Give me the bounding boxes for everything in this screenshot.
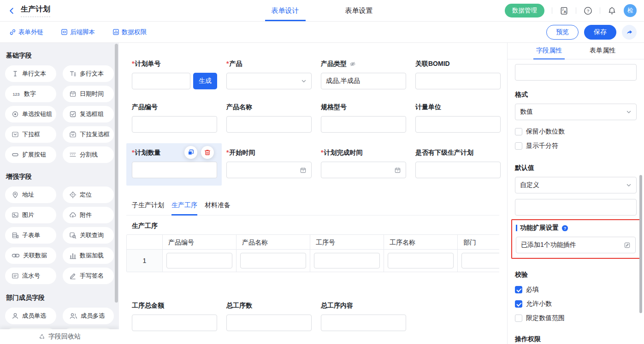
field-product[interactable]: 产品 xyxy=(226,60,312,89)
product-code-input[interactable] xyxy=(132,116,217,133)
preview-button[interactable]: 预览 xyxy=(546,25,579,40)
bom-id-input[interactable] xyxy=(415,73,501,89)
cell-process-name-input[interactable] xyxy=(388,253,454,268)
field-product-type[interactable]: 产品类型 成品,半成品 xyxy=(321,60,406,89)
tab-field-props[interactable]: 字段属性 xyxy=(533,43,565,59)
delete-field-button[interactable] xyxy=(201,146,214,159)
product-type-input[interactable]: 成品,半成品 xyxy=(321,73,406,89)
sidebar-item-serial-number[interactable]: 流水号 xyxy=(5,268,56,284)
cell-process-no-input[interactable] xyxy=(314,253,380,268)
sidebar-item-signature[interactable]: 手写签名 xyxy=(63,268,114,284)
field-spec[interactable]: 规格型号 xyxy=(321,103,406,133)
sidebar-item-data-load[interactable]: 数据加载 xyxy=(63,247,114,264)
checkbox-decimal-digits[interactable] xyxy=(515,128,522,135)
back-icon[interactable] xyxy=(8,7,15,14)
tab-production-process[interactable]: 生产工序 xyxy=(171,201,197,216)
sidebar-item-member-multi[interactable]: 成员多选 xyxy=(63,308,114,324)
share-button[interactable] xyxy=(622,25,637,40)
sidebar-item-number[interactable]: 数字 xyxy=(5,86,56,102)
default-value-select[interactable]: 自定义 xyxy=(515,177,637,193)
sidebar-item-radio-group[interactable]: 单选按钮组 xyxy=(5,106,56,122)
field-finish-time[interactable]: 计划完成时间 xyxy=(321,149,406,186)
property-panel: 字段属性 表单属性 格式 数值 保留小数位数 显示千分符 默认值 自定义 xyxy=(507,43,644,344)
cell-product-name-input[interactable] xyxy=(240,253,306,268)
field-title-input[interactable] xyxy=(515,64,637,81)
field-total-content[interactable]: 总工序内容 xyxy=(321,302,406,331)
address-book-icon[interactable] xyxy=(560,6,568,15)
sidebar-item-member-single[interactable]: 成员单选 xyxy=(5,308,56,324)
extension-plugin-field[interactable]: 已添加1个功能插件 xyxy=(516,237,636,253)
checkbox-limit-range[interactable] xyxy=(515,315,522,322)
has-sub-plan-input[interactable] xyxy=(415,162,501,178)
finish-time-input[interactable] xyxy=(321,162,406,178)
sidebar-item-subform[interactable]: 子表单 xyxy=(5,227,56,244)
help-filled-icon[interactable] xyxy=(561,225,568,232)
copy-field-button[interactable] xyxy=(184,146,197,159)
total-content-input[interactable] xyxy=(321,315,406,331)
field-start-time[interactable]: 开始时间 xyxy=(226,149,312,186)
sidebar-item-locate[interactable]: 定位 xyxy=(63,187,114,203)
tab-form-props[interactable]: 表单属性 xyxy=(587,43,618,59)
avatar[interactable]: 检 xyxy=(624,4,637,17)
field-product-code[interactable]: 产品编号 xyxy=(132,103,217,133)
start-time-input[interactable] xyxy=(226,162,312,178)
field-plan-qty-selected[interactable]: 计划数量 xyxy=(132,149,217,186)
sidebar-item-dropdown[interactable]: 下拉框 xyxy=(5,126,56,143)
unit-input[interactable] xyxy=(415,116,501,133)
generate-button[interactable]: 生成 xyxy=(193,73,217,89)
spec-input[interactable] xyxy=(321,116,406,133)
data-manage-button[interactable]: 数据管理 xyxy=(505,4,544,17)
sidebar-item-image[interactable]: 图片 xyxy=(5,207,56,223)
sidebar-item-multi-text[interactable]: 多行文本 xyxy=(63,65,114,82)
target-icon xyxy=(69,191,77,198)
field-bom-id[interactable]: 关联BOMID xyxy=(415,60,501,89)
format-select[interactable]: 数值 xyxy=(515,104,637,120)
sidebar-item-datetime[interactable]: 日期时间 xyxy=(63,86,114,102)
sidebar-item-dropdown-multi[interactable]: 下拉复选框 xyxy=(63,126,114,143)
checkbox-thousand-sep[interactable] xyxy=(515,142,522,150)
field-has-sub-plan[interactable]: 是否有下级生产计划 xyxy=(415,149,501,186)
tab-sub-production-plan[interactable]: 子生产计划 xyxy=(132,201,164,216)
default-value-input[interactable] xyxy=(515,199,637,216)
field-total-count[interactable]: 总工序数 xyxy=(226,302,312,331)
format-label: 格式 xyxy=(515,91,637,99)
sidebar-item-attachment[interactable]: 附件 xyxy=(63,207,114,223)
sidebar-item-checkbox-group[interactable]: 复选框组 xyxy=(63,106,114,122)
sidebar-item-single-text[interactable]: 单行文本 xyxy=(5,65,56,82)
product-name-input[interactable] xyxy=(226,116,312,133)
field-total-amount[interactable]: 工序总金额 xyxy=(132,302,217,331)
plan-qty-input[interactable] xyxy=(132,162,217,178)
checkbox-required[interactable] xyxy=(515,286,522,293)
tab-material-prep[interactable]: 材料准备 xyxy=(205,201,230,216)
cell-department-input[interactable] xyxy=(461,253,499,268)
tab-form-settings[interactable]: 表单设置 xyxy=(339,0,379,21)
tab-form-design[interactable]: 表单设计 xyxy=(265,0,306,21)
notification-bell-icon[interactable] xyxy=(608,6,616,15)
field-unit[interactable]: 计量单位 xyxy=(415,103,501,133)
total-count-input[interactable] xyxy=(226,315,312,331)
checkbox-allow-decimal[interactable] xyxy=(515,300,522,308)
people-icon xyxy=(69,312,77,320)
sidebar-item-divider[interactable]: 分割线 xyxy=(63,146,114,163)
edit-icon[interactable] xyxy=(624,242,631,249)
help-icon[interactable] xyxy=(584,6,592,15)
validation-label: 校验 xyxy=(515,271,637,279)
sidebar-item-address[interactable]: 地址 xyxy=(5,187,56,203)
form-external-link[interactable]: 表单外链 xyxy=(9,28,43,36)
sidebar-item-extend-button[interactable]: 扩展按钮 xyxy=(5,146,56,163)
save-button[interactable]: 保存 xyxy=(584,25,616,40)
sidebar-item-linked-query[interactable]: 关联查询 xyxy=(63,227,114,244)
product-select[interactable] xyxy=(226,73,312,89)
sidebar-scrollbar[interactable] xyxy=(115,44,118,303)
field-plan-no[interactable]: 计划单号 生成 xyxy=(132,60,217,89)
cell-product-code-input[interactable] xyxy=(166,253,232,268)
plan-no-input[interactable] xyxy=(132,73,190,89)
sidebar-item-linked-data[interactable]: 关联数据 xyxy=(5,247,56,264)
panel-scrollbar[interactable] xyxy=(639,175,642,313)
data-permission-link[interactable]: 数据权限 xyxy=(112,28,147,36)
dropdown-multi-icon xyxy=(69,131,77,138)
total-amount-input[interactable] xyxy=(132,315,217,331)
field-recycle-bin[interactable]: 字段回收站 xyxy=(0,329,119,344)
field-product-name[interactable]: 产品名称 xyxy=(226,103,312,133)
backend-script-link[interactable]: 后端脚本 xyxy=(61,28,95,36)
